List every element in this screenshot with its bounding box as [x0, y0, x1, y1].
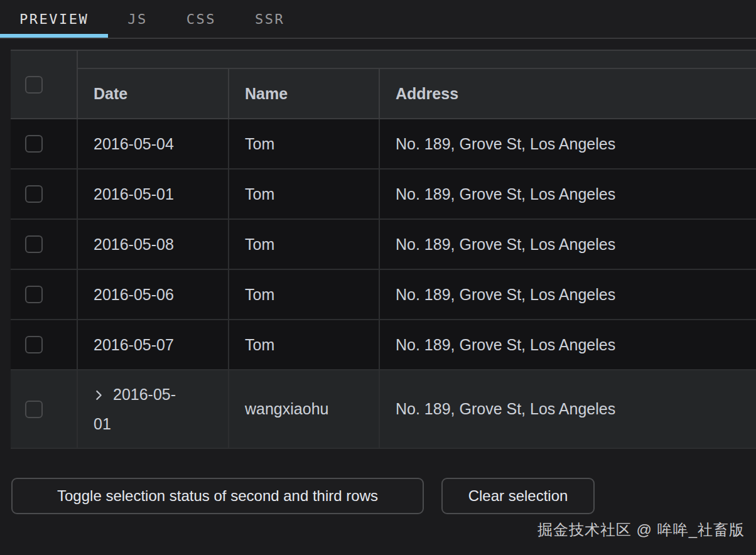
- tab-js[interactable]: JS: [108, 0, 167, 38]
- row-name-cell: Tom: [229, 220, 380, 269]
- row-checkbox[interactable]: [25, 286, 43, 303]
- data-table: Date Name Address 2016-05-04TomNo. 189, …: [11, 50, 756, 449]
- row-select-cell: [11, 119, 78, 168]
- row-checkbox[interactable]: [25, 135, 43, 153]
- row-date-cell: 2016-05-07: [78, 320, 229, 369]
- row-address-value: No. 189, Grove St, Los Angeles: [396, 286, 615, 304]
- row-select-cell: [11, 370, 78, 448]
- row-address-value: No. 189, Grove St, Los Angeles: [396, 185, 615, 203]
- select-all-cell: [11, 51, 78, 118]
- column-header-name: Name: [229, 69, 380, 118]
- row-date-value: 2016-05-01: [94, 385, 176, 433]
- preview-stage: Date Name Address 2016-05-04TomNo. 189, …: [0, 39, 756, 554]
- row-checkbox[interactable]: [25, 235, 43, 253]
- column-header-name-label: Name: [245, 85, 288, 103]
- row-select-cell: [11, 220, 78, 269]
- row-name-value: wangxiaohu: [245, 400, 328, 418]
- row-name-value: Tom: [245, 185, 274, 203]
- row-date-cell: 2016-05-08: [78, 220, 229, 269]
- row-select-cell: [11, 270, 78, 319]
- table-row[interactable]: 2016-05-01TomNo. 189, Grove St, Los Ange…: [11, 170, 756, 220]
- row-date-cell: 2016-05-06: [78, 270, 229, 319]
- row-name-cell: Tom: [229, 170, 380, 218]
- active-tab-indicator: [0, 34, 108, 38]
- row-date-value: 2016-05-08: [94, 235, 174, 253]
- row-address-value: No. 189, Grove St, Los Angeles: [396, 336, 615, 354]
- action-buttons: Toggle selection status of second and th…: [11, 478, 595, 514]
- row-address-cell: No. 189, Grove St, Los Angeles: [380, 270, 756, 319]
- row-date-value: 2016-05-01: [94, 185, 174, 203]
- tab-js-label: JS: [127, 11, 148, 27]
- row-name-value: Tom: [245, 135, 274, 153]
- row-address-cell: No. 189, Grove St, Los Angeles: [380, 119, 756, 168]
- row-address-cell: No. 189, Grove St, Los Angeles: [380, 320, 756, 369]
- row-address-cell: No. 189, Grove St, Los Angeles: [380, 170, 756, 218]
- row-address-value: No. 189, Grove St, Los Angeles: [396, 235, 615, 254]
- table-body: 2016-05-04TomNo. 189, Grove St, Los Ange…: [11, 119, 756, 449]
- row-address-value: No. 189, Grove St, Los Angeles: [396, 135, 615, 153]
- clear-selection-button[interactable]: Clear selection: [441, 478, 595, 514]
- column-header-address: Address: [380, 69, 756, 118]
- header-cells: Date Name Address: [78, 69, 756, 118]
- toggle-selection-button[interactable]: Toggle selection status of second and th…: [11, 478, 424, 514]
- row-address-value: No. 189, Grove St, Los Angeles: [396, 400, 615, 418]
- row-select-cell: [11, 170, 78, 218]
- table-header-columns: Date Name Address: [78, 51, 756, 118]
- row-date-value: 2016-05-04: [94, 135, 174, 153]
- row-checkbox[interactable]: [25, 401, 43, 418]
- row-name-cell: Tom: [229, 270, 380, 319]
- select-all-checkbox[interactable]: [25, 76, 43, 94]
- row-name-value: Tom: [245, 286, 274, 304]
- row-date-cell: 2016-05-01: [78, 370, 229, 448]
- row-date-cell: 2016-05-04: [78, 119, 229, 168]
- table-row[interactable]: 2016-05-04TomNo. 189, Grove St, Los Ange…: [11, 119, 756, 170]
- row-name-value: Tom: [245, 235, 274, 254]
- table-row[interactable]: 2016-05-08TomNo. 189, Grove St, Los Ange…: [11, 220, 756, 270]
- tab-css-label: CSS: [186, 11, 216, 27]
- tab-ssr-label: SSR: [255, 11, 284, 27]
- row-name-cell: wangxiaohu: [229, 370, 380, 448]
- row-name-value: Tom: [245, 336, 274, 354]
- row-address-cell: No. 189, Grove St, Los Angeles: [380, 220, 756, 269]
- tab-ssr[interactable]: SSR: [235, 0, 304, 38]
- watermark: 掘金技术社区 @ 哞哞_社畜版: [537, 520, 745, 540]
- row-name-cell: Tom: [229, 320, 380, 369]
- tab-preview-label: PREVIEW: [19, 11, 89, 27]
- expand-arrow-icon[interactable]: [94, 390, 104, 401]
- row-date-value: 2016-05-06: [94, 286, 174, 303]
- table-row[interactable]: 2016-05-06TomNo. 189, Grove St, Los Ange…: [11, 270, 756, 320]
- tab-css[interactable]: CSS: [167, 0, 235, 38]
- row-name-cell: Tom: [229, 119, 380, 168]
- row-checkbox[interactable]: [25, 336, 43, 353]
- row-date-value: 2016-05-07: [94, 336, 174, 353]
- table-header: Date Name Address: [11, 51, 756, 119]
- row-address-cell: No. 189, Grove St, Los Angeles: [380, 370, 756, 448]
- table-row[interactable]: 2016-05-01wangxiaohuNo. 189, Grove St, L…: [11, 370, 756, 449]
- tab-preview[interactable]: PREVIEW: [0, 0, 108, 38]
- header-top-strip: [78, 51, 756, 69]
- row-date-cell: 2016-05-01: [78, 170, 229, 218]
- column-header-date: Date: [78, 69, 229, 118]
- row-select-cell: [11, 320, 78, 369]
- tab-bar: PREVIEW JS CSS SSR: [0, 0, 756, 39]
- column-header-address-label: Address: [396, 85, 458, 103]
- column-header-date-label: Date: [94, 85, 127, 103]
- table-row[interactable]: 2016-05-07TomNo. 189, Grove St, Los Ange…: [11, 320, 756, 370]
- row-checkbox[interactable]: [25, 185, 43, 203]
